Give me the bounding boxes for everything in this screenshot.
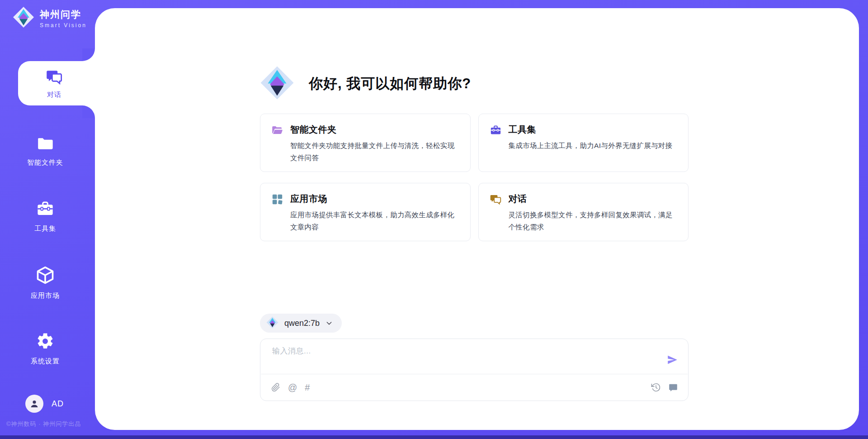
folder-open-icon xyxy=(271,124,283,138)
sidebar-item-label: 对话 xyxy=(47,91,61,99)
paperclip-icon xyxy=(271,383,280,392)
card-toolset[interactable]: 工具集 集成市场上主流工具，助力AI与外界无缝扩展与对接 xyxy=(478,114,689,172)
app-logo: 神州问学 Smart Vision xyxy=(13,6,87,30)
card-smart-folder[interactable]: 智能文件夹 智能文件夹功能支持批量文件上传与清洗，轻松实现文件问答 xyxy=(260,114,471,172)
sidebar-item-label: 智能文件夹 xyxy=(27,158,63,167)
message-input[interactable] xyxy=(272,346,666,367)
history-button[interactable] xyxy=(651,382,661,392)
greeting-text: 你好, 我可以如何帮助你? xyxy=(309,74,471,93)
conversation-button[interactable] xyxy=(668,382,678,392)
chat-bubbles-icon xyxy=(45,68,63,87)
toolbox-icon xyxy=(490,124,502,138)
sidebar-item-smart-folder[interactable]: 智能文件夹 xyxy=(0,134,90,167)
history-icon xyxy=(651,382,661,392)
app-grid-icon xyxy=(271,193,283,207)
cube-icon xyxy=(35,265,55,287)
avatar xyxy=(25,395,43,413)
card-title: 智能文件夹 xyxy=(290,124,459,136)
gear-icon xyxy=(36,332,55,353)
greeting-block: 你好, 我可以如何帮助你? xyxy=(260,66,689,102)
tab-fillet-bottom xyxy=(82,105,95,118)
card-description: 灵活切换多模型文件，支持多样回复效果调试，满足个性化需求 xyxy=(509,209,678,233)
main-panel: 你好, 我可以如何帮助你? 智能文件夹 智能文件夹功能支持批量文件上传与清洗，轻… xyxy=(95,8,859,430)
toolbox-icon xyxy=(36,199,55,220)
assistant-diamond-icon xyxy=(260,66,294,102)
sidebar-item-label: 系统设置 xyxy=(31,357,60,366)
topic-button[interactable]: # xyxy=(305,382,310,393)
sidebar-item-app-market[interactable]: 应用市场 xyxy=(0,265,90,300)
bottom-strip xyxy=(0,435,868,439)
model-name: qwen2:7b xyxy=(284,319,320,328)
model-diamond-icon xyxy=(266,316,278,330)
user-account[interactable]: AD xyxy=(25,395,64,413)
copyright-note: ©神州数码 · 神州问学出品 xyxy=(6,420,81,428)
card-app-market[interactable]: 应用市场 应用市场提供丰富长文本模板，助力高效生成多样化文章内容 xyxy=(260,183,471,241)
sidebar-item-label: 工具集 xyxy=(34,224,56,233)
at-icon: @ xyxy=(288,382,297,393)
chevron-down-icon xyxy=(326,320,333,327)
brand-diamond-icon xyxy=(13,6,34,30)
app-title: 神州问学 xyxy=(40,8,87,21)
card-title: 对话 xyxy=(509,193,678,205)
card-description: 集成市场上主流工具，助力AI与外界无缝扩展与对接 xyxy=(509,139,673,152)
sidebar-item-chat[interactable]: 对话 xyxy=(18,61,96,105)
card-description: 智能文件夹功能支持批量文件上传与清洗，轻松实现文件问答 xyxy=(290,139,459,164)
folder-icon xyxy=(36,134,55,154)
attach-file-button[interactable] xyxy=(271,383,280,392)
card-title: 工具集 xyxy=(509,124,673,136)
chat-square-icon xyxy=(668,382,678,392)
sidebar-item-label: 应用市场 xyxy=(31,291,60,300)
sidebar-item-toolset[interactable]: 工具集 xyxy=(0,199,90,233)
mention-button[interactable]: @ xyxy=(288,382,297,393)
sidebar-item-settings[interactable]: 系统设置 xyxy=(0,332,90,366)
person-icon xyxy=(29,398,40,409)
card-description: 应用市场提供丰富长文本模板，助力高效生成多样化文章内容 xyxy=(290,209,459,233)
chat-bubbles-icon xyxy=(490,193,502,207)
send-icon xyxy=(666,354,678,366)
send-button[interactable] xyxy=(666,354,678,367)
card-chat[interactable]: 对话 灵活切换多模型文件，支持多样回复效果调试，满足个性化需求 xyxy=(478,183,689,241)
message-composer: @ # xyxy=(260,339,689,401)
app-subtitle: Smart Vision xyxy=(40,22,87,29)
model-selector[interactable]: qwen2:7b xyxy=(260,314,342,333)
sidebar: 神州问学 Smart Vision 对话 智能文件夹 xyxy=(0,0,95,439)
feature-cards: 智能文件夹 智能文件夹功能支持批量文件上传与清洗，轻松实现文件问答 xyxy=(260,114,689,241)
card-title: 应用市场 xyxy=(290,193,459,205)
tab-fillet-top xyxy=(82,48,95,61)
user-name: AD xyxy=(52,399,64,409)
hash-icon: # xyxy=(305,382,310,393)
